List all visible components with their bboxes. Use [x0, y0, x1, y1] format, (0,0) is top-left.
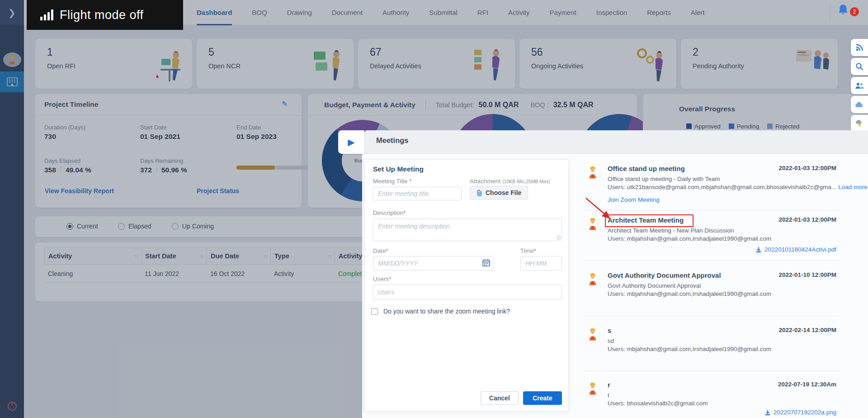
- meeting-title: Office stand up meeting: [608, 165, 685, 172]
- share-zoom-link-label: Do you want to share the zoom meeting li…: [383, 308, 510, 315]
- users-tab-button[interactable]: [851, 77, 868, 94]
- flight-mode-label: Flight mode off: [60, 8, 144, 22]
- meeting-description: sd: [608, 337, 614, 344]
- modal-header-bar: [364, 130, 868, 154]
- meeting-title-label: Meeting Title *: [373, 178, 412, 185]
- share-zoom-link-checkbox[interactable]: [371, 308, 378, 315]
- worker-avatar-icon: [588, 217, 598, 233]
- calendar-icon[interactable]: [482, 259, 490, 268]
- rss-icon: [855, 43, 863, 52]
- meeting-description: Architect Team Meeting - New Plan Discus…: [608, 227, 734, 234]
- resize-grip-icon[interactable]: ◫: [557, 235, 561, 240]
- setup-meeting-form: Set Up Meeting Meeting Title * Attachmen…: [364, 159, 569, 412]
- meeting-title-input[interactable]: [373, 187, 462, 200]
- meeting-title: r: [608, 381, 610, 389]
- meeting-title: s: [608, 327, 611, 334]
- modal-collapse-button[interactable]: ▶: [338, 130, 364, 154]
- download-icon: [764, 409, 771, 416]
- people-icon: [855, 82, 864, 89]
- time-label: Time*: [520, 247, 536, 254]
- meeting-datetime: 2022-02-14 12:00PM: [778, 327, 836, 333]
- meeting-datetime: 2022-07-19 12:30Am: [778, 381, 836, 388]
- create-button[interactable]: Create: [523, 391, 562, 405]
- description-label: Description*: [373, 209, 406, 216]
- attachment-label: Attachment (10KB Min,25MB Max): [470, 178, 550, 185]
- meeting-description: t: [608, 392, 609, 399]
- notification-badge: 2: [850, 7, 859, 16]
- meeting-users: Users: utk21bansode@gmail.com,mbjahshan@…: [608, 184, 868, 190]
- users-input[interactable]: [373, 285, 562, 300]
- modal-title: Meetings: [376, 136, 409, 145]
- meeting-description: Govt Authority Document Approval: [608, 282, 701, 289]
- meeting-users: Users: mbjahshan@gmail.com,Irshadjaleel1…: [608, 235, 771, 242]
- meeting-datetime: 2022-01-10 12:00PM: [778, 271, 836, 278]
- search-tab-button[interactable]: [851, 58, 868, 75]
- lightning-icon: [855, 119, 863, 128]
- paperclip-icon: [476, 190, 482, 196]
- meeting-users: Users: bhosalevishalb2c@gmail.com: [608, 400, 708, 407]
- date-input[interactable]: [373, 256, 494, 271]
- choose-file-button[interactable]: Choose File: [470, 186, 528, 200]
- download-icon: [755, 247, 762, 253]
- meetings-modal-header: ▶ Meetings: [338, 128, 868, 154]
- meeting-description: Office stand up meeting - Daily with Tea…: [608, 176, 720, 182]
- meeting-datetime: 2022-01-03 12:00PM: [778, 216, 836, 223]
- cloud-icon: [855, 101, 864, 108]
- feed-tab-button[interactable]: [851, 39, 868, 56]
- form-heading: Set Up Meeting: [373, 165, 424, 173]
- cancel-button[interactable]: Cancel: [481, 391, 519, 405]
- worker-avatar-icon: [588, 166, 598, 181]
- date-label: Date*: [373, 247, 388, 254]
- attachment-link[interactable]: 20220101160424Activi.pdf: [755, 246, 836, 253]
- worker-avatar-icon: [588, 328, 598, 343]
- meeting-users: Users: mbjahshan@gmail.com,Irshadjaleel1…: [608, 290, 771, 297]
- meetings-list: Office stand up meeting 2022-01-03 12:00…: [583, 159, 854, 418]
- meeting-users: Users: mbjahshan@gmail.com,Irshadjaleel1…: [608, 346, 771, 352]
- load-more-link[interactable]: Load more: [838, 184, 868, 190]
- play-icon: ▶: [348, 137, 354, 147]
- bell-icon: [837, 10, 849, 18]
- app-root: Dashboard BOQ Drawing Document Authority…: [0, 0, 868, 418]
- description-textarea[interactable]: [373, 218, 562, 241]
- attachment-link[interactable]: 20220707192202a.png: [764, 409, 836, 416]
- meeting-datetime: 2022-01-03 12:00PM: [778, 165, 836, 171]
- signal-bars-icon: [40, 10, 53, 20]
- search-icon: [855, 62, 863, 71]
- meeting-title: Architect Team Meeting: [608, 216, 684, 224]
- notifications-button[interactable]: 2: [837, 4, 863, 22]
- meeting-title: Govt Authority Document Approval: [608, 271, 721, 279]
- worker-avatar-icon: [588, 382, 598, 397]
- worker-avatar-icon: [588, 272, 598, 288]
- join-zoom-meeting-link[interactable]: Join Zoom Meeting: [608, 196, 660, 203]
- users-label: Users*: [373, 276, 392, 282]
- flight-mode-banner: Flight mode off: [27, 0, 183, 30]
- time-input[interactable]: [520, 256, 562, 271]
- weather-tab-button[interactable]: [851, 96, 868, 113]
